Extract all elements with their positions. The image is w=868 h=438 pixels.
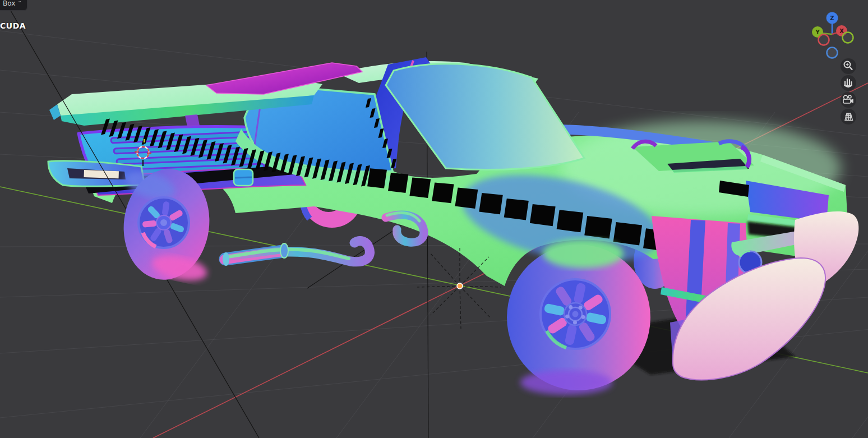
zoom-button[interactable] bbox=[841, 58, 856, 74]
viewport-canvas[interactable]: Z Y X bbox=[0, 0, 868, 438]
tool-select-dropdown[interactable]: Box ˅ bbox=[0, 0, 27, 11]
svg-text:Z: Z bbox=[830, 15, 834, 21]
gizmo-axis-z-neg[interactable] bbox=[827, 48, 838, 58]
viewport-object-name-label: CUDA bbox=[0, 21, 26, 30]
svg-text:X: X bbox=[839, 28, 844, 34]
pan-button[interactable] bbox=[841, 75, 856, 91]
svg-text:Y: Y bbox=[815, 29, 820, 35]
car-door-handle bbox=[234, 169, 253, 186]
tool-dropdown-label: Box bbox=[3, 0, 15, 7]
object-origin-point bbox=[457, 283, 463, 289]
chevron-down-icon: ˅ bbox=[18, 1, 21, 6]
gizmo-axis-z[interactable]: Z bbox=[827, 12, 838, 24]
camera-view-button[interactable] bbox=[841, 92, 856, 108]
gizmo-axis-y-neg[interactable] bbox=[843, 33, 853, 43]
blender-3d-viewport[interactable]: Z Y X bbox=[0, 0, 868, 438]
perspective-toggle-button[interactable] bbox=[841, 109, 856, 125]
gizmo-axis-x-neg[interactable] bbox=[819, 35, 829, 45]
